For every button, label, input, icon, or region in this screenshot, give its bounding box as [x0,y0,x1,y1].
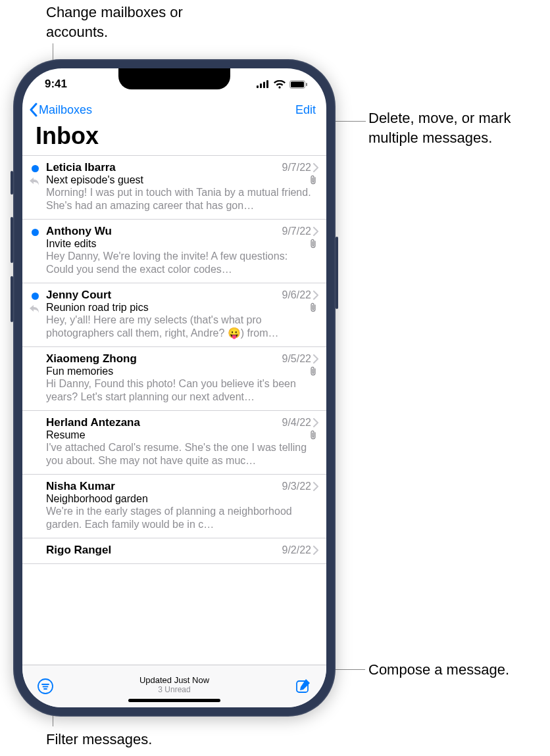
message-preview: Hey, y'all! Here are my selects (that's … [46,314,318,340]
sender-name: Nisha Kumar [46,480,115,493]
message-preview: Hey Danny, We're loving the invite! A fe… [46,250,318,276]
callout-filter: Filter messages. [46,730,217,749]
battery-icon [289,80,308,89]
chevron-right-icon [313,291,318,300]
unread-dot [32,165,39,172]
filter-button[interactable] [37,678,54,695]
svg-rect-1 [260,83,262,88]
attachment-icon [309,366,317,377]
message-subject: Resume [46,429,86,441]
svg-rect-2 [263,82,265,89]
message-subject: Invite edits [46,238,96,250]
message-row[interactable]: Leticia Ibarra9/7/22Next episode's guest… [22,156,326,220]
message-row[interactable]: Nisha Kumar9/3/22Neighborhood gardenWe'r… [22,475,326,538]
phone-frame: 9:41 Mailboxes Edit Inbox Leticia Ibarra… [13,59,336,717]
message-date: 9/3/22 [282,481,311,492]
unread-dot [32,293,39,300]
sender-name: Rigo Rangel [46,544,111,557]
status-time: 9:41 [45,78,67,91]
svg-rect-0 [257,85,259,88]
chevron-right-icon [313,227,318,236]
attachment-icon [309,302,317,313]
sender-name: Herland Antezana [46,416,140,429]
svg-rect-5 [291,82,304,87]
wifi-icon [274,80,286,89]
attachment-icon [309,239,317,249]
reply-icon [29,177,39,186]
message-subject: Next episode's guest [46,174,143,186]
message-row[interactable]: Herland Antezana9/4/22ResumeI've attache… [22,411,326,475]
status-icons [257,80,308,89]
message-row[interactable]: Jenny Court9/6/22Reunion road trip picsH… [22,283,326,347]
message-preview: I've attached Carol's resume. She's the … [46,441,318,467]
chevron-left-icon [29,103,38,117]
message-preview: Hi Danny, Found this photo! Can you beli… [46,377,318,404]
message-date: 9/5/22 [282,353,311,365]
attachment-icon [309,175,317,185]
chevron-right-icon [313,546,318,555]
message-date: 9/6/22 [282,289,311,301]
attachment-icon [309,430,317,440]
filter-icon [37,678,54,695]
svg-rect-3 [266,80,268,88]
message-row[interactable]: Rigo Rangel9/2/22 [22,538,326,564]
back-label: Mailboxes [39,103,92,117]
sender-name: Jenny Court [46,289,111,302]
message-date: 9/7/22 [282,225,311,237]
sender-name: Anthony Wu [46,225,112,238]
message-row[interactable]: Anthony Wu9/7/22Invite editsHey Danny, W… [22,220,326,283]
unread-count: 3 Unread [139,686,209,695]
compose-icon [295,678,312,695]
updated-label: Updated Just Now [139,676,209,686]
chevron-right-icon [313,482,318,491]
edit-button[interactable]: Edit [295,103,316,117]
page-title: Inbox [22,121,326,155]
bottom-toolbar: Updated Just Now 3 Unread [22,665,326,707]
message-preview: Morning! I was put in touch with Tania b… [46,186,318,212]
callout-mailboxes: Change mailboxes or accounts. [46,3,204,41]
cellular-icon [257,80,270,88]
chevron-right-icon [313,354,318,364]
message-subject: Neighborhood garden [46,493,148,505]
message-list[interactable]: Leticia Ibarra9/7/22Next episode's guest… [22,155,326,665]
message-date: 9/4/22 [282,417,311,429]
callout-edit: Delete, move, or mark multiple messages. [368,108,539,147]
notch [118,68,230,89]
nav-bar: Mailboxes Edit [22,100,326,121]
message-subject: Fun memories [46,366,113,377]
screen: 9:41 Mailboxes Edit Inbox Leticia Ibarra… [22,68,326,707]
sender-name: Xiaomeng Zhong [46,352,137,366]
message-date: 9/2/22 [282,544,311,556]
message-row[interactable]: Xiaomeng Zhong9/5/22Fun memoriesHi Danny… [22,347,326,411]
chevron-right-icon [313,163,318,172]
compose-button[interactable] [295,678,312,695]
sender-name: Leticia Ibarra [46,161,116,174]
message-subject: Reunion road trip pics [46,302,149,314]
message-preview: We're in the early stages of planning a … [46,505,318,531]
reply-icon [29,304,39,314]
home-indicator [128,699,220,702]
unread-dot [32,229,39,236]
toolbar-status: Updated Just Now 3 Unread [139,676,209,695]
callout-compose: Compose a message. [368,660,539,680]
svg-rect-6 [306,83,307,86]
chevron-right-icon [313,418,318,427]
mailboxes-back-button[interactable]: Mailboxes [29,103,92,117]
message-date: 9/7/22 [282,162,311,174]
